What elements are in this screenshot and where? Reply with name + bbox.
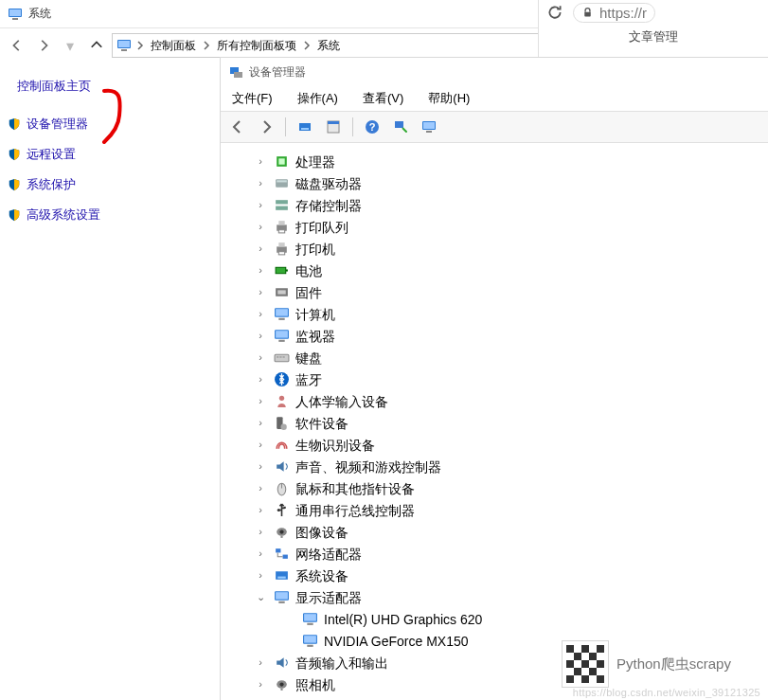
tree-node[interactable]: ›打印队列: [226, 216, 762, 238]
expand-icon[interactable]: ›: [253, 657, 268, 668]
expand-icon[interactable]: ›: [253, 418, 268, 428]
chevron-right-icon[interactable]: [302, 41, 312, 50]
menu-view[interactable]: 查看(V): [359, 88, 407, 109]
breadcrumb-item[interactable]: 系统: [315, 38, 342, 54]
expand-icon[interactable]: ›: [253, 352, 268, 363]
tree-node[interactable]: ›存储控制器: [226, 194, 762, 216]
tb-scan-button[interactable]: [389, 116, 412, 138]
tree-node-label: 打印机: [295, 242, 335, 256]
expand-icon[interactable]: ›: [253, 570, 268, 581]
url-text[interactable]: https://r: [599, 5, 647, 21]
collapse-icon[interactable]: ⌄: [253, 592, 268, 602]
expand-icon[interactable]: ›: [253, 461, 268, 472]
tree-node-label: 软件设备: [295, 417, 348, 430]
tb-monitor-button[interactable]: [418, 116, 440, 138]
tree-node[interactable]: ›声音、视频和游戏控制器: [226, 456, 762, 477]
cp-home-link[interactable]: 控制面板主页: [17, 78, 196, 95]
tree-node-label: 图像设备: [295, 526, 348, 539]
menu-file[interactable]: 文件(F): [228, 88, 277, 109]
tree-node[interactable]: ›图像设备: [226, 521, 762, 543]
chevron-right-icon[interactable]: [202, 41, 211, 50]
expand-icon[interactable]: ›: [253, 156, 268, 167]
tree-node[interactable]: ›处理器: [226, 151, 762, 172]
tb-show-hidden-button[interactable]: [294, 116, 316, 138]
cp-tasks-pane: 控制面板主页 设备管理器 远程设置 系统保护 高级系统设置: [0, 63, 213, 252]
tree-node[interactable]: ›鼠标和其他指针设备: [226, 477, 762, 499]
expand-icon[interactable]: ›: [253, 309, 268, 319]
expand-icon[interactable]: ›: [253, 527, 268, 537]
tree-node[interactable]: ⌄显示适配器: [226, 586, 762, 608]
tree-node-label: 固件: [295, 286, 322, 299]
browser-tab-label[interactable]: 文章管理: [629, 28, 678, 45]
tree-node[interactable]: ›键盘: [226, 347, 762, 368]
tree-node[interactable]: ›磁盘驱动器: [226, 172, 762, 194]
nav-forward-button[interactable]: [32, 34, 55, 57]
device-manager-window: 设备管理器 文件(F) 操作(A) 查看(V) 帮助(H) ›处理器›磁盘驱动器…: [220, 57, 768, 700]
tree-node-label: 电池: [295, 264, 322, 278]
tb-forward-button[interactable]: [255, 116, 277, 138]
nav-up-button[interactable]: [85, 34, 108, 57]
expand-icon[interactable]: ›: [253, 396, 268, 406]
tree-node[interactable]: ›通用串行总线控制器: [226, 499, 762, 521]
battery-icon: [274, 262, 290, 278]
tree-node[interactable]: ›人体学输入设备: [226, 390, 762, 412]
tree-node[interactable]: ›软件设备: [226, 412, 762, 434]
shield-icon: [8, 117, 21, 131]
tree-node[interactable]: ›打印机: [226, 238, 762, 260]
dm-toolbar: [221, 111, 768, 143]
csdn-watermark: https://blog.csdn.net/weixin_39121325: [573, 687, 760, 698]
tree-node-label: 声音、视频和游戏控制器: [295, 460, 441, 474]
expand-icon[interactable]: ›: [253, 243, 268, 254]
expand-icon[interactable]: ›: [253, 679, 268, 690]
tb-help-button[interactable]: [361, 116, 384, 138]
expand-icon[interactable]: ›: [253, 374, 268, 385]
expand-icon[interactable]: ›: [253, 505, 268, 515]
tree-node-label: Intel(R) UHD Graphics 620: [324, 613, 482, 626]
breadcrumb-item[interactable]: 控制面板: [149, 38, 198, 54]
software-icon: [274, 415, 290, 431]
expand-icon[interactable]: ›: [253, 265, 268, 276]
expand-icon[interactable]: ›: [253, 331, 268, 341]
reload-icon[interactable]: [546, 4, 563, 21]
imaging-icon: [274, 524, 290, 540]
qr-code-icon: [562, 640, 609, 688]
tree-node-label: 人体学输入设备: [295, 395, 388, 408]
tree-node-label: 鼠标和其他指针设备: [295, 482, 415, 495]
task-device-manager[interactable]: 设备管理器: [8, 116, 196, 133]
task-system-protection[interactable]: 系统保护: [8, 176, 196, 193]
expand-icon[interactable]: ›: [253, 440, 268, 450]
expand-icon[interactable]: ›: [253, 222, 268, 232]
chevron-right-icon[interactable]: [135, 41, 145, 50]
tree-node[interactable]: ›计算机: [226, 303, 762, 325]
tree-node-label: 计算机: [295, 308, 335, 321]
lock-icon: [581, 7, 594, 19]
menu-action[interactable]: 操作(A): [294, 88, 342, 109]
tree-node[interactable]: ›监视器: [226, 325, 762, 347]
cpu-icon: [274, 153, 290, 170]
expand-icon[interactable]: ›: [253, 178, 268, 188]
tree-node[interactable]: ›固件: [226, 281, 762, 303]
expand-icon[interactable]: ›: [253, 548, 268, 559]
expand-icon[interactable]: ›: [253, 200, 268, 210]
task-advanced-settings[interactable]: 高级系统设置: [8, 206, 196, 224]
expand-icon[interactable]: ›: [253, 483, 268, 494]
audioio-icon: [274, 655, 290, 671]
expand-icon[interactable]: ›: [253, 287, 268, 297]
nav-back-button[interactable]: [6, 34, 28, 57]
nav-recent-dropdown[interactable]: ▾: [59, 34, 81, 57]
tree-node[interactable]: ›系统设备: [226, 565, 762, 586]
tree-node[interactable]: ›生物识别设备: [226, 434, 762, 456]
tree-node[interactable]: ›电池: [226, 260, 762, 281]
tree-node[interactable]: ›蓝牙: [226, 368, 762, 390]
gpu-icon: [302, 611, 318, 627]
tb-properties-button[interactable]: [322, 116, 345, 138]
tb-back-button[interactable]: [226, 116, 249, 138]
tree-node[interactable]: ›网络适配器: [226, 543, 762, 565]
breadcrumb-item[interactable]: 所有控制面板项: [215, 38, 298, 54]
task-label: 设备管理器: [27, 116, 88, 133]
menu-help[interactable]: 帮助(H): [424, 88, 473, 109]
tree-node[interactable]: Intel(R) UHD Graphics 620: [226, 608, 762, 630]
device-tree[interactable]: ›处理器›磁盘驱动器›存储控制器›打印队列›打印机›电池›固件›计算机›监视器›…: [221, 143, 768, 700]
camera-icon: [274, 676, 290, 692]
task-remote-settings[interactable]: 远程设置: [8, 146, 196, 163]
